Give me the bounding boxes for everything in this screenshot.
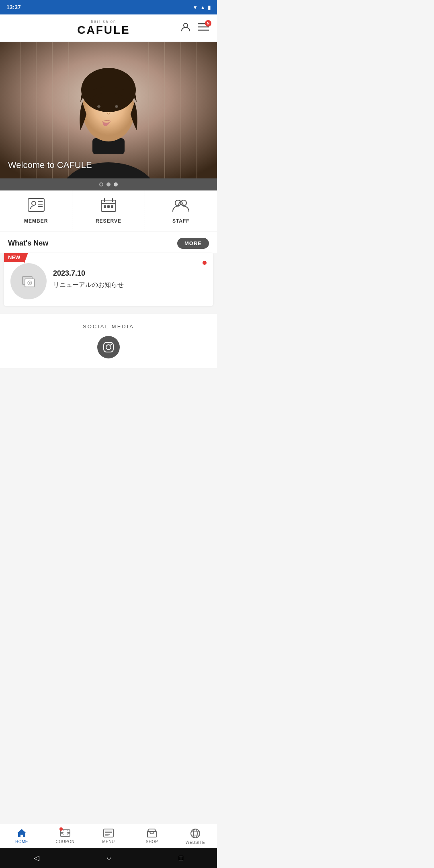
svg-point-21 — [115, 105, 118, 108]
hero-banner: Welcome to CAFULE — [0, 42, 217, 178]
header-actions: N — [180, 21, 209, 35]
staff-icon — [172, 198, 190, 215]
news-content: 2023.7.10 リニューアルのお知らせ — [53, 269, 196, 289]
profile-button[interactable] — [180, 21, 191, 35]
staff-label: STAFF — [172, 218, 190, 224]
notification-badge: N — [205, 20, 211, 27]
carousel-dots — [0, 178, 217, 190]
status-time: 13:37 — [6, 4, 21, 10]
hero-welcome-text: Welcome to CAFULE — [8, 160, 92, 170]
social-media-title: SOCIAL MEDIA — [83, 323, 134, 330]
status-bar: 13:37 ▼ ▲ ▮ — [0, 0, 217, 14]
more-button[interactable]: MORE — [177, 238, 209, 249]
signal-icon: ▲ — [200, 4, 205, 10]
member-label: MEMBER — [24, 218, 48, 224]
instagram-button[interactable] — [97, 336, 120, 358]
social-media-section: SOCIAL MEDIA — [0, 314, 217, 368]
svg-point-41 — [29, 282, 31, 284]
svg-rect-24 — [28, 199, 44, 211]
svg-rect-35 — [111, 205, 113, 208]
unread-dot — [203, 261, 207, 265]
member-icon — [27, 198, 45, 215]
news-card-1[interactable]: NEW 2023.7.10 リニューアルのお知らせ — [4, 253, 213, 306]
svg-point-25 — [32, 201, 36, 205]
svg-point-36 — [175, 200, 181, 206]
logo-subtitle: hair salon — [91, 19, 116, 24]
news-title: リニューアルのお知らせ — [53, 281, 196, 289]
whats-new-title: What's New — [8, 239, 48, 248]
reserve-icon — [100, 198, 117, 215]
news-thumbnail — [10, 263, 47, 299]
quick-nav-reserve[interactable]: RESERVE — [72, 190, 145, 231]
whats-new-header: What's New MORE — [0, 231, 217, 253]
svg-point-0 — [184, 23, 188, 27]
quick-nav-member[interactable]: MEMBER — [0, 190, 72, 231]
wifi-icon: ▼ — [192, 4, 198, 10]
carousel-dot-1[interactable] — [99, 182, 103, 186]
reserve-label: RESERVE — [96, 218, 121, 224]
app-logo: hair salon CAFULE — [77, 19, 130, 37]
svg-point-37 — [181, 200, 186, 206]
logo-main: CAFULE — [77, 24, 130, 37]
battery-icon: ▮ — [208, 4, 211, 10]
svg-point-20 — [97, 105, 100, 108]
new-badge: NEW — [4, 253, 24, 262]
quick-nav-staff[interactable]: STAFF — [145, 190, 217, 231]
carousel-dot-2[interactable] — [106, 182, 111, 186]
app-header: hair salon CAFULE N — [0, 14, 217, 42]
carousel-dot-3[interactable] — [114, 182, 118, 186]
menu-button[interactable]: N — [198, 23, 209, 34]
svg-point-43 — [106, 345, 111, 350]
quick-nav: MEMBER RESERVE STAFF — [0, 190, 217, 231]
svg-point-44 — [111, 344, 112, 345]
svg-rect-34 — [107, 205, 110, 208]
news-date: 2023.7.10 — [53, 269, 196, 278]
status-icons: ▼ ▲ ▮ — [192, 4, 211, 10]
svg-rect-33 — [104, 205, 106, 208]
